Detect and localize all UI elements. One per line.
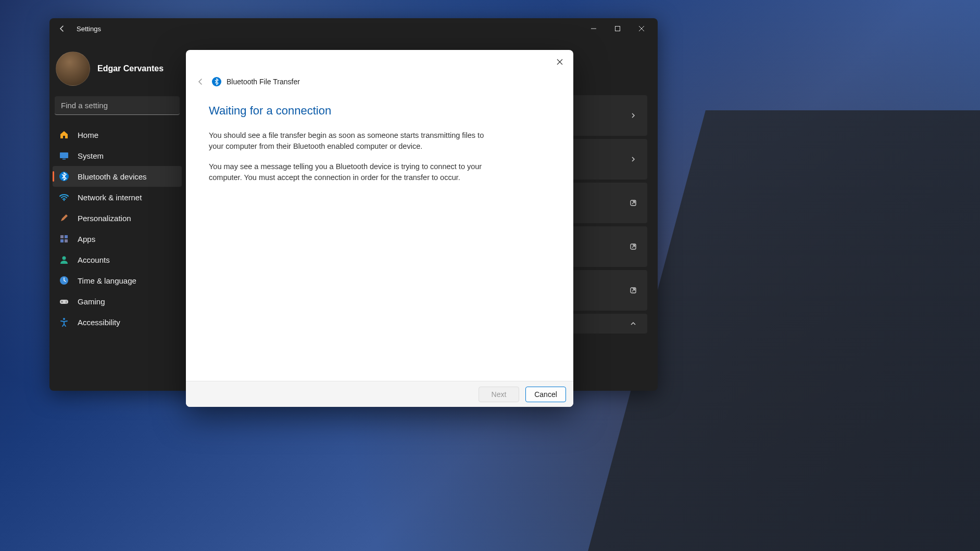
close-button[interactable] [630,20,654,37]
svg-point-14 [66,302,67,303]
clock-icon [59,275,69,286]
svg-rect-1 [615,27,620,31]
sidebar-item-accounts[interactable]: Accounts [53,249,182,270]
next-button: Next [479,387,519,402]
minimize-icon [590,25,597,32]
arrow-left-icon [58,24,66,33]
sidebar-item-label: Bluetooth & devices [78,172,147,181]
sidebar-item-label: Personalization [78,214,131,223]
svg-rect-6 [60,235,64,238]
dialog-footer: Next Cancel [186,381,573,407]
dialog-paragraph: You should see a file transfer begin as … [209,130,500,152]
sidebar-item-apps[interactable]: Apps [53,228,182,249]
window-title: Settings [77,25,101,33]
dialog-body: Waiting for a connection You should see … [186,89,573,381]
maximize-button[interactable] [606,20,630,37]
svg-point-5 [64,200,65,201]
sidebar-item-label: System [78,151,104,160]
external-link-icon [630,287,637,294]
profile-name: Edgar Cervantes [97,64,164,73]
sidebar-item-label: Apps [78,235,95,244]
sidebar-item-gaming[interactable]: Gaming [53,291,182,312]
arrow-left-icon [196,78,205,86]
sidebar-item-label: Network & internet [78,193,142,202]
nav-list: HomeSystemBluetooth & devicesNetwork & i… [53,124,182,332]
back-button[interactable] [54,20,70,37]
sidebar-item-personalization[interactable]: Personalization [53,208,182,228]
search-input[interactable] [55,96,180,115]
cancel-button[interactable]: Cancel [525,387,566,402]
sidebar-item-system[interactable]: System [53,145,182,166]
svg-rect-2 [60,152,68,158]
sidebar-item-label: Gaming [78,297,105,306]
sidebar-item-time-language[interactable]: Time & language [53,270,182,291]
svg-rect-8 [60,239,64,242]
svg-rect-7 [65,235,68,238]
svg-rect-3 [62,159,66,160]
wifi-icon [59,192,69,202]
home-icon [59,130,69,140]
sidebar-item-label: Accessibility [78,318,120,327]
gamepad-icon [59,296,69,306]
dialog-back-button[interactable] [194,75,207,88]
profile-section[interactable]: Edgar Cervantes [53,39,182,96]
bluetooth-file-transfer-dialog: Bluetooth File Transfer Waiting for a co… [186,50,573,407]
avatar [56,52,90,86]
titlebar: Settings [49,18,658,39]
svg-point-15 [63,318,65,320]
dialog-heading: Waiting for a connection [209,104,550,118]
bluetooth-icon [212,77,221,86]
chevron-up-icon [630,320,637,327]
person-icon [59,254,69,265]
minimize-button[interactable] [582,20,606,37]
external-link-icon [630,199,637,207]
sidebar-item-label: Home [78,131,98,139]
sidebar-item-label: Accounts [78,255,110,264]
sidebar-item-bluetooth-devices[interactable]: Bluetooth & devices [53,166,182,187]
svg-point-10 [62,257,66,260]
apps-icon [59,234,69,244]
external-link-icon [630,243,637,250]
sidebar-item-label: Time & language [78,276,136,285]
sidebar-item-home[interactable]: Home [53,124,182,145]
dialog-nav: Bluetooth File Transfer [186,74,573,89]
brush-icon [59,213,69,223]
svg-rect-9 [65,239,68,242]
dialog-header [186,50,573,74]
chevron-right-icon [630,156,637,163]
bluetooth-icon [59,171,69,182]
sidebar-item-accessibility[interactable]: Accessibility [53,312,182,332]
accessibility-icon [59,317,69,327]
dialog-title: Bluetooth File Transfer [227,78,300,86]
close-icon [638,25,645,32]
chevron-right-icon [630,112,637,119]
svg-point-13 [66,301,67,302]
system-icon [59,150,69,161]
window-controls [582,20,654,37]
maximize-icon [614,25,621,32]
dialog-close-button[interactable] [550,53,569,71]
sidebar-item-network-internet[interactable]: Network & internet [53,187,182,208]
sidebar: Edgar Cervantes HomeSystemBluetooth & de… [49,39,185,391]
dialog-paragraph: You may see a message telling you a Blue… [209,161,500,183]
close-icon [556,58,563,66]
